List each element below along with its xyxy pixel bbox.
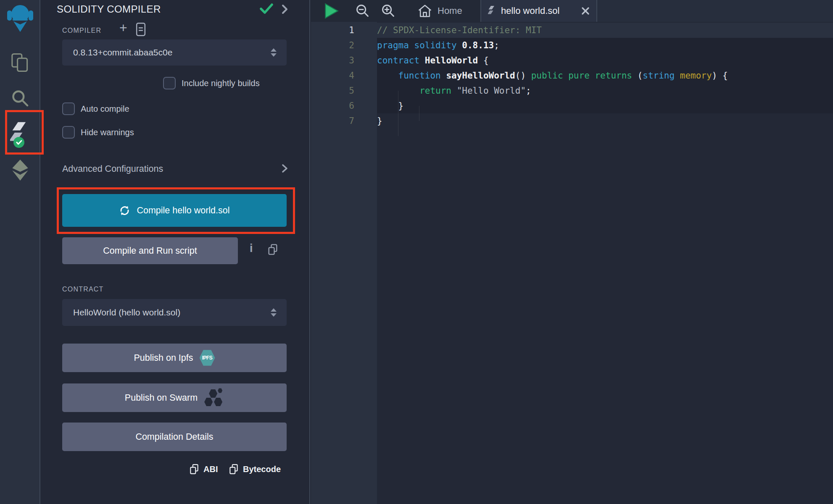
home-icon bbox=[417, 4, 432, 18]
line-number: 7 bbox=[311, 113, 354, 129]
line-number: 6 bbox=[311, 98, 354, 113]
sync-icon bbox=[119, 205, 130, 216]
chevron-right-icon[interactable] bbox=[282, 164, 288, 173]
nightly-builds-label: Include nightly builds bbox=[182, 79, 260, 88]
code-text: } bbox=[377, 98, 833, 113]
line-number: 3 bbox=[311, 53, 354, 68]
code-text: pragma solidity 0.8.13; bbox=[377, 38, 833, 53]
tab-hello-world-sol[interactable]: hello world.sol bbox=[480, 0, 597, 22]
run-script-play-icon[interactable] bbox=[324, 0, 340, 22]
solidity-file-icon bbox=[488, 5, 496, 16]
code-line[interactable]: 5 return "Hello World"; bbox=[311, 83, 833, 98]
code-text: } bbox=[377, 113, 833, 129]
indent-guide bbox=[419, 106, 419, 121]
code-text: // SPDX-License-Identifier: MIT bbox=[377, 23, 833, 38]
hide-warnings-label: Hide warnings bbox=[81, 128, 134, 137]
publish-swarm-label: Publish on Swarm bbox=[125, 393, 198, 403]
search-icon[interactable] bbox=[0, 89, 40, 108]
code-line[interactable]: 4 function sayHelloWorld() public pure r… bbox=[311, 68, 833, 83]
line-number: 5 bbox=[311, 83, 354, 98]
bytecode-label: Bytecode bbox=[243, 465, 281, 474]
code-line[interactable]: 2pragma solidity 0.8.13; bbox=[311, 38, 833, 53]
home-tab-label: Home bbox=[438, 5, 462, 16]
remix-ide-window: SOLIDITY COMPILER COMPILER + 0.8.13+comm… bbox=[0, 0, 833, 504]
compile-button[interactable]: Compile hello world.sol bbox=[62, 194, 287, 227]
code-text: contract HelloWorld { bbox=[377, 53, 833, 68]
compile-and-run-label: Compile and Run script bbox=[103, 246, 197, 256]
zoom-out-icon[interactable] bbox=[355, 0, 370, 22]
publish-swarm-button[interactable]: Publish on Swarm bbox=[62, 383, 287, 412]
remix-logo-icon[interactable] bbox=[0, 3, 40, 34]
abi-label: ABI bbox=[203, 465, 218, 474]
code-line[interactable]: 6 } bbox=[311, 98, 833, 113]
line-number: 4 bbox=[311, 68, 354, 83]
line-number: 2 bbox=[311, 38, 354, 53]
compile-and-run-button[interactable]: Compile and Run script bbox=[62, 237, 238, 264]
compiler-version-value: 0.8.13+commit.abaa5c0e bbox=[62, 47, 271, 58]
icon-sidebar bbox=[0, 0, 40, 504]
compilation-details-label: Compilation Details bbox=[135, 432, 213, 442]
code-editor: Home hello world.sol 1// SPDX-License-Id… bbox=[311, 0, 833, 504]
deploy-run-icon[interactable] bbox=[0, 160, 40, 181]
file-tab-label: hello world.sol bbox=[501, 5, 576, 16]
compiler-version-select[interactable]: 0.8.13+commit.abaa5c0e bbox=[62, 39, 287, 66]
advanced-configurations-toggle[interactable]: Advanced Configurations bbox=[62, 164, 163, 174]
ipfs-icon: IPFS bbox=[200, 349, 215, 367]
panel-title: SOLIDITY COMPILER bbox=[57, 3, 161, 15]
code-text: function sayHelloWorld() public pure ret… bbox=[377, 68, 833, 83]
compile-button-label: Compile hello world.sol bbox=[137, 205, 229, 216]
auto-compile-checkbox[interactable] bbox=[62, 102, 75, 115]
compiler-check-badge bbox=[13, 137, 24, 148]
add-compiler-icon[interactable]: + bbox=[119, 20, 127, 36]
publish-ipfs-label: Publish on Ipfs bbox=[134, 353, 193, 363]
select-arrows-icon bbox=[271, 48, 277, 57]
solidity-compiler-icon[interactable] bbox=[0, 121, 40, 145]
close-icon[interactable] bbox=[581, 7, 590, 15]
copy-abi-link[interactable]: ABI bbox=[189, 464, 218, 475]
code-line[interactable]: 3contract HelloWorld { bbox=[311, 53, 833, 68]
editor-tab-bar: Home hello world.sol bbox=[311, 0, 833, 22]
auto-compile-label: Auto compile bbox=[81, 104, 129, 114]
copy-icon[interactable] bbox=[267, 244, 278, 255]
file-explorer-icon[interactable] bbox=[0, 53, 40, 72]
zoom-in-icon[interactable] bbox=[381, 0, 396, 22]
contract-select[interactable]: HelloWorld (hello world.sol) bbox=[62, 299, 287, 326]
info-icon[interactable]: i bbox=[250, 242, 253, 255]
nightly-builds-checkbox[interactable] bbox=[163, 77, 176, 89]
publish-ipfs-button[interactable]: Publish on Ipfs IPFS bbox=[62, 344, 287, 372]
indent-guide bbox=[398, 91, 398, 136]
code-line[interactable]: 1// SPDX-License-Identifier: MIT bbox=[311, 23, 833, 38]
contract-section-label: CONTRACT bbox=[62, 286, 103, 293]
code-text: return "Hello World"; bbox=[377, 83, 833, 98]
swarm-icon bbox=[204, 388, 224, 407]
compiler-section-label: COMPILER bbox=[62, 27, 101, 34]
code-lines: 1// SPDX-License-Identifier: MIT2pragma … bbox=[311, 23, 833, 129]
hide-warnings-checkbox[interactable] bbox=[62, 126, 75, 139]
copy-icon bbox=[189, 464, 199, 475]
contract-select-value: HelloWorld (hello world.sol) bbox=[62, 307, 271, 318]
config-file-icon[interactable] bbox=[135, 23, 146, 36]
select-arrows-icon bbox=[271, 308, 277, 317]
code-line[interactable]: 7} bbox=[311, 113, 833, 129]
line-number: 1 bbox=[311, 23, 354, 38]
copy-bytecode-link[interactable]: Bytecode bbox=[229, 464, 281, 475]
chevron-right-icon[interactable] bbox=[282, 4, 288, 14]
solidity-compiler-panel: SOLIDITY COMPILER COMPILER + 0.8.13+comm… bbox=[41, 0, 310, 504]
compilation-details-button[interactable]: Compilation Details bbox=[62, 423, 287, 451]
tab-home[interactable]: Home bbox=[417, 0, 462, 22]
copy-icon bbox=[229, 464, 239, 475]
check-icon bbox=[260, 3, 273, 14]
